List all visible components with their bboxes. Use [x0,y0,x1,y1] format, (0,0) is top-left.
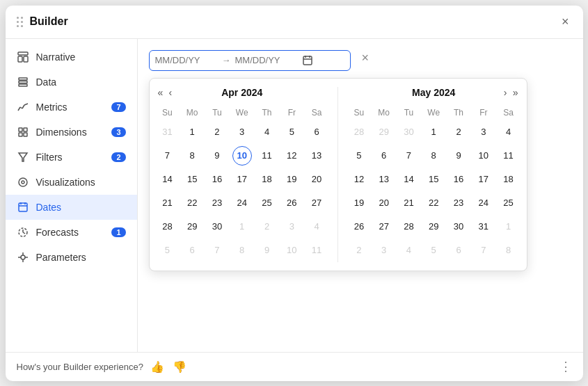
calendar-day[interactable]: 25 [257,193,277,213]
calendar-icon-button[interactable] [301,54,315,67]
sidebar-item-filters[interactable]: Filters 2 [6,145,137,170]
calendar-day[interactable]: 12 [282,146,301,166]
sidebar-label-visualizations: Visualizations [36,177,126,188]
calendar-day: 10 [282,241,301,260]
calendar-day[interactable]: 20 [307,170,326,189]
calendar-day[interactable]: 2 [449,122,468,142]
calendar-day[interactable]: 18 [499,170,518,189]
calendar-day[interactable]: 7 [399,146,418,166]
calendar-day[interactable]: 17 [474,170,493,189]
calendar-divider [337,87,338,262]
may-next-button[interactable]: › [501,86,510,99]
may-next-next-button[interactable]: » [510,86,521,99]
calendar-day[interactable]: 23 [207,193,227,213]
calendar-day[interactable]: 9 [449,146,468,166]
calendar-day[interactable]: 3 [474,122,493,142]
calendar-day[interactable]: 26 [282,193,301,213]
sidebar-item-dimensions[interactable]: Dimensions 3 [6,120,137,145]
calendar-day[interactable]: 10 [474,146,493,166]
calendar-day: 5 [157,241,177,260]
calendar-day[interactable]: 20 [374,193,394,213]
thumbdown-button[interactable]: 👎 [171,359,188,375]
calendar-day[interactable]: 28 [157,217,177,236]
calendar-day[interactable]: 28 [399,217,418,236]
calendar-day[interactable]: 12 [349,170,369,189]
svg-line-23 [23,232,25,234]
drag-handle-icon[interactable] [17,17,23,27]
calendar-day[interactable]: 3 [232,122,252,142]
calendar-day[interactable]: 18 [257,170,277,189]
calendar-day[interactable]: 4 [499,122,518,142]
calendar-day: 3 [374,241,394,260]
calendar-day[interactable]: 16 [207,170,227,189]
clear-date-button[interactable]: × [359,50,372,65]
april-prev-button[interactable]: ‹ [166,86,175,99]
calendar-day[interactable]: 8 [424,146,443,166]
end-date-input[interactable] [235,55,298,65]
calendar-day[interactable]: 22 [182,193,202,213]
calendar-day[interactable]: 30 [449,217,468,236]
sidebar-item-visualizations[interactable]: Visualizations [6,170,137,195]
sidebar-item-metrics[interactable]: Metrics 7 [6,95,137,120]
calendar-day[interactable]: 10 [232,146,252,166]
calendar-day[interactable]: 11 [499,146,518,166]
calendar-day[interactable]: 19 [349,193,369,213]
calendar-day[interactable]: 26 [349,217,369,236]
calendar-day[interactable]: 27 [374,217,394,236]
calendar-day: 31 [157,122,177,142]
close-button[interactable]: × [559,13,572,31]
calendar-day[interactable]: 11 [257,146,277,166]
calendar-day[interactable]: 31 [474,217,493,236]
calendar-day[interactable]: 24 [232,193,252,213]
svg-rect-11 [24,128,27,131]
calendar-day[interactable]: 16 [449,170,468,189]
calendar-day[interactable]: 22 [424,193,443,213]
calendar-day[interactable]: 24 [474,193,493,213]
calendar-day[interactable]: 21 [157,193,177,213]
calendar-day[interactable]: 7 [157,146,177,166]
calendar-day[interactable]: 14 [157,170,177,189]
sidebar-item-data[interactable]: Data [6,70,137,95]
more-options-button[interactable]: ⋮ [559,359,572,374]
calendar-day[interactable]: 15 [424,170,443,189]
calendar-day[interactable]: 29 [182,217,202,236]
thumbup-button[interactable]: 👍 [149,359,166,375]
sidebar-item-forecasts[interactable]: Forecasts 1 [6,220,137,245]
metrics-icon [17,101,29,113]
sidebar-label-narrative: Narrative [36,51,126,63]
calendar-day[interactable]: 13 [307,146,326,166]
calendar-day[interactable]: 13 [374,170,394,189]
sidebar-item-dates[interactable]: Dates [6,195,137,220]
april-prev-prev-button[interactable]: « [155,86,166,99]
calendar-day[interactable]: 21 [399,193,418,213]
calendar-day[interactable]: 19 [282,170,301,189]
calendar-day[interactable]: 17 [232,170,252,189]
calendar-day[interactable]: 1 [424,122,443,142]
calendar-day[interactable]: 29 [424,217,443,236]
date-range-picker[interactable]: → [149,50,351,71]
sidebar-item-narrative[interactable]: Narrative [6,45,137,70]
calendar-day[interactable]: 23 [449,193,468,213]
svg-line-6 [18,107,20,111]
main-content: Narrative Data [6,39,583,352]
calendar-day[interactable]: 2 [207,122,227,142]
sidebar-item-parameters[interactable]: Parameters [6,245,137,270]
calendar-day: 4 [399,241,418,260]
calendar-day[interactable]: 27 [307,193,326,213]
start-date-input[interactable] [155,55,218,65]
calendar-day[interactable]: 5 [349,146,369,166]
calendar-day[interactable]: 6 [374,146,394,166]
calendar-day[interactable]: 30 [207,217,227,236]
calendar-day[interactable]: 6 [307,122,326,142]
calendar-day[interactable]: 4 [257,122,277,142]
calendar-day[interactable]: 5 [282,122,301,142]
parameters-icon [17,251,29,264]
calendar-day[interactable]: 9 [207,146,227,166]
dimensions-badge: 3 [111,127,125,137]
calendar-day[interactable]: 14 [399,170,418,189]
calendar-day[interactable]: 8 [182,146,202,166]
calendar-day[interactable]: 1 [182,122,202,142]
data-icon [17,76,29,88]
calendar-day[interactable]: 15 [182,170,202,189]
calendar-day[interactable]: 25 [499,193,518,213]
